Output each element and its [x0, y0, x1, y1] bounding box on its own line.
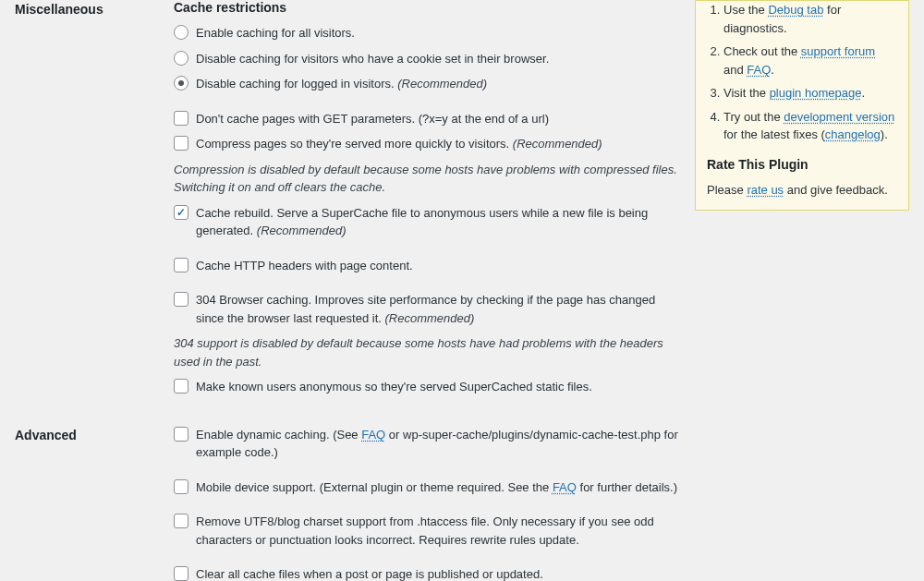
checkbox-label: Cache rebuild. Serve a SuperCache file t… — [196, 204, 680, 240]
link-faq[interactable]: FAQ — [361, 428, 385, 442]
radio-disable-logged-in[interactable] — [174, 76, 188, 91]
checkbox-label: Mobile device support. (External plugin … — [196, 478, 680, 497]
link-changelog[interactable]: changelog — [825, 127, 881, 141]
checkbox-label: Clear all cache files when a post or pag… — [196, 565, 680, 581]
help-304-note: 304 support is disabled by default becau… — [174, 334, 680, 370]
link-plugin-homepage[interactable]: plugin homepage — [770, 86, 862, 100]
checkbox-label: Remove UTF8/blog charset support from .h… — [196, 513, 680, 549]
link-rate-us[interactable]: rate us — [747, 183, 784, 197]
list-item: Use the Debug tab for diagnostics. — [723, 1, 897, 37]
section-advanced: Advanced Enable dynamic caching. (See FA… — [15, 426, 680, 582]
checkbox-compress[interactable] — [174, 136, 188, 151]
checkbox-label: Cache HTTP headers with page content. — [196, 257, 680, 275]
checkbox-dynamic-caching[interactable] — [174, 427, 188, 442]
radio-label: Enable caching for all visitors. — [196, 24, 680, 42]
radio-label: Disable caching for logged in visitors. … — [196, 75, 680, 93]
checkbox-http-headers[interactable] — [174, 258, 188, 272]
list-item: Try out the development version for the … — [723, 108, 897, 144]
list-item: Visit the plugin homepage. — [723, 84, 897, 103]
radio-label: Disable caching for visitors who have a … — [196, 50, 680, 68]
checkbox-cache-rebuild[interactable] — [174, 205, 188, 220]
section-label-misc: Miscellaneous — [15, 0, 174, 17]
heading-rate-plugin: Rate This Plugin — [707, 157, 897, 172]
checkbox-label: Compress pages so they're served more qu… — [196, 135, 680, 153]
checkbox-label: 304 Browser caching. Improves site perfo… — [196, 291, 680, 327]
link-faq[interactable]: FAQ — [747, 63, 771, 77]
link-debug-tab[interactable]: Debug tab — [768, 3, 823, 17]
checkbox-get-params[interactable] — [174, 111, 188, 126]
rate-text: Please rate us and give feedback. — [707, 181, 897, 200]
section-label-advanced: Advanced — [15, 426, 174, 442]
heading-cache-restrictions: Cache restrictions — [174, 0, 680, 15]
help-compress-note: Compression is disabled by default becau… — [174, 161, 680, 197]
checkbox-label: Enable dynamic caching. (See FAQ or wp-s… — [196, 426, 680, 462]
checkbox-remove-utf8[interactable] — [174, 514, 188, 528]
checkbox-mobile-support[interactable] — [174, 479, 188, 494]
link-faq[interactable]: FAQ — [553, 480, 577, 494]
checkbox-label: Make known users anonymous so they're se… — [196, 378, 680, 396]
list-item: Check out the support forum and FAQ. — [723, 42, 897, 79]
link-dev-version[interactable]: development version — [784, 110, 894, 124]
checkbox-304-caching[interactable] — [174, 292, 188, 307]
sidebar-help-box: Use the Debug tab for diagnostics. Check… — [695, 0, 909, 211]
checkbox-anon-known-users[interactable] — [174, 379, 188, 393]
radio-enable-all-visitors[interactable] — [174, 25, 188, 40]
link-support-forum[interactable]: support forum — [801, 44, 875, 58]
radio-disable-cookie-visitors[interactable] — [174, 51, 188, 66]
checkbox-label: Don't cache pages with GET parameters. (… — [196, 110, 680, 128]
checkbox-clear-on-publish[interactable] — [174, 566, 188, 581]
section-miscellaneous: Miscellaneous Cache restrictions Enable … — [15, 0, 680, 404]
